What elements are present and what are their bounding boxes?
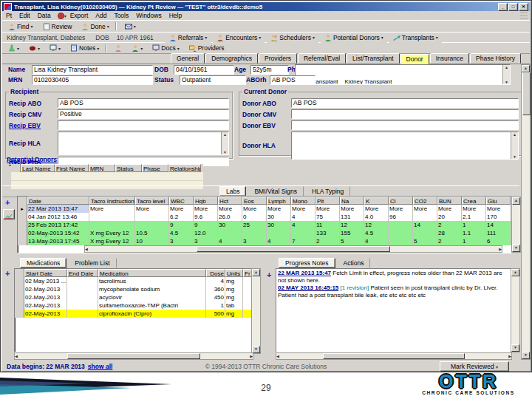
grid-cell[interactable]: 9 (194, 221, 218, 229)
grid-cell[interactable]: 26.0 (218, 213, 242, 221)
column-header[interactable]: Medication (98, 269, 206, 277)
table-row[interactable]: 02-May-2013ciprofloxacin (Cipro)500mg (15, 310, 253, 318)
grid-cell[interactable]: 111 (486, 229, 511, 237)
add-lab-button[interactable]: + (5, 199, 10, 206)
grid-cell[interactable] (218, 229, 242, 237)
grid-cell[interactable]: More (194, 205, 218, 213)
grid-cell[interactable]: More (413, 205, 437, 213)
grid-cell[interactable]: 2 (437, 237, 462, 245)
table-row[interactable]: 04 Jan 2012 13:466.29.626.00304751314.09… (18, 213, 511, 221)
column-header[interactable]: End Date (67, 269, 98, 277)
grid-cell[interactable] (89, 221, 135, 229)
grid-cell[interactable]: 28 (437, 229, 462, 237)
donor-hla-scrollbar[interactable]: ▲▼ (511, 132, 518, 159)
grid-cell[interactable]: 25 Feb 2013 17:42 (27, 221, 89, 229)
grid-cell[interactable]: mg (225, 277, 243, 285)
grid-cell[interactable]: 12.0 (194, 229, 218, 237)
tab-actions[interactable]: Actions (337, 258, 371, 268)
note-date-link[interactable]: 22 MAR 2013 15:47 (278, 270, 331, 276)
grid-cell[interactable]: 4 (206, 277, 225, 285)
grid-cell[interactable]: 360 (206, 285, 225, 293)
grid-cell[interactable]: More (389, 205, 413, 213)
column-header[interactable]: Hgb (194, 197, 218, 205)
column-header[interactable]: Hct (218, 197, 242, 205)
grid-cell[interactable] (413, 213, 437, 221)
column-header[interactable]: Tacro Instructions (89, 197, 135, 205)
table-row[interactable]: 22 Mar 2013 15:47MoreMoreMoreMoreMoreMor… (18, 205, 511, 213)
form-vscrollbar[interactable]: ▲ ▼ (521, 64, 531, 360)
grid-cell[interactable]: 500 (206, 310, 225, 318)
mrn-field[interactable]: 0102030405 (32, 75, 153, 85)
menu-data[interactable]: Data (38, 12, 51, 19)
column-header[interactable]: Lymph (267, 197, 291, 205)
grid-cell[interactable]: 9.6 (194, 213, 218, 221)
note-revision-badge[interactable]: [1 revision] (341, 284, 369, 291)
grid-cell[interactable]: 20 (437, 213, 462, 221)
column-header[interactable]: Eos (242, 197, 267, 205)
grid-cell[interactable]: 131 (340, 213, 364, 221)
grid-cell[interactable]: 7 (291, 237, 316, 245)
grid-cell[interactable] (135, 213, 169, 221)
mark-reviewed-button[interactable]: Mark Reviewed ▾ (440, 361, 509, 372)
grid-cell[interactable]: 14 (413, 221, 437, 229)
find-button[interactable]: Find▾ (4, 21, 37, 32)
column-header[interactable]: Status (115, 164, 142, 172)
grid-cell[interactable]: 155 (340, 229, 364, 237)
grid-cell[interactable]: 4.5 (169, 229, 194, 237)
menu-tools[interactable]: Tools (114, 12, 129, 19)
phase-list[interactable]: Post Transplant Kidney Transplant Post T… (295, 64, 511, 85)
grid-cell[interactable]: More (316, 205, 340, 213)
grid-cell[interactable]: More (486, 205, 511, 213)
medications-hscrollbar[interactable]: ◀▶ (14, 352, 253, 360)
grid-cell[interactable] (242, 229, 267, 237)
close-button[interactable]: ✕ (519, 3, 528, 11)
maximize-button[interactable]: □ (508, 3, 518, 11)
labs-hscrollbar[interactable]: ◀▶ (84, 245, 502, 253)
donor-cmv-field[interactable] (291, 109, 519, 119)
docs-button[interactable]: Docs▾ (149, 43, 183, 53)
grid-cell[interactable]: 6 (486, 237, 511, 245)
grid-cell[interactable]: More (437, 205, 462, 213)
grid-cell[interactable]: acyclovir (98, 293, 206, 301)
grid-cell[interactable]: More (340, 205, 364, 213)
tab-providers[interactable]: Providers (259, 53, 297, 64)
recip-cmv-field[interactable]: Positive (58, 109, 229, 119)
tab-insurance[interactable]: Insurance (430, 53, 469, 64)
grid-cell[interactable]: 04 Jan 2012 13:46 (27, 213, 89, 221)
add-note-button[interactable]: + (267, 271, 271, 279)
potential-donors-button[interactable]: Potential Donors▾ (321, 33, 387, 43)
column-header[interactable]: Last Name (21, 164, 55, 172)
note-date-link[interactable]: 02 MAY 2013 16:45:15 (278, 284, 338, 291)
grid-cell[interactable]: More (267, 205, 291, 213)
donor-ebv-field[interactable] (291, 120, 519, 130)
menu-help[interactable]: Help (169, 12, 182, 19)
grid-cell[interactable]: 1 (462, 237, 486, 245)
notes-vscrollbar[interactable]: ▲▼ (511, 268, 520, 352)
grid-cell[interactable]: 4.0 (364, 213, 389, 221)
recip-ebv-field[interactable] (58, 120, 229, 130)
grid-cell[interactable] (67, 277, 98, 285)
grid-cell[interactable] (413, 229, 437, 237)
grid-cell[interactable]: 02-May-2013 (24, 301, 67, 310)
tab-phase-history[interactable]: Phase History (470, 53, 521, 64)
column-header[interactable]: Phase (142, 164, 168, 172)
grid-cell[interactable]: More (291, 205, 316, 213)
grid-cell[interactable]: 4 (291, 221, 316, 229)
labs-vscrollbar[interactable]: ▲▼ (511, 197, 521, 253)
medications-vscrollbar[interactable]: ▲▼ (251, 268, 261, 354)
tab-problem-list[interactable]: Problem List (68, 258, 116, 268)
grid-cell[interactable] (89, 213, 135, 221)
column-header[interactable]: Glu (486, 197, 511, 205)
grid-cell[interactable]: 14 (486, 221, 511, 229)
column-header[interactable]: Tacro level (135, 197, 169, 205)
abo-field[interactable]: AB POS (270, 75, 316, 85)
add-medication-button[interactable]: + (5, 270, 10, 277)
donor-hla-field[interactable]: ▲▼ (291, 132, 519, 160)
grid-cell[interactable]: 4 (291, 213, 316, 221)
grid-cell[interactable]: 1 (462, 221, 486, 229)
grid-cell[interactable]: 4 (218, 237, 242, 245)
grid-cell[interactable]: 1.1 (462, 229, 486, 237)
encounters-button[interactable]: Encounters▾ (213, 33, 265, 43)
column-header[interactable]: Na (340, 197, 364, 205)
grid-cell[interactable]: ciprofloxacin (Cipro) (98, 310, 206, 318)
